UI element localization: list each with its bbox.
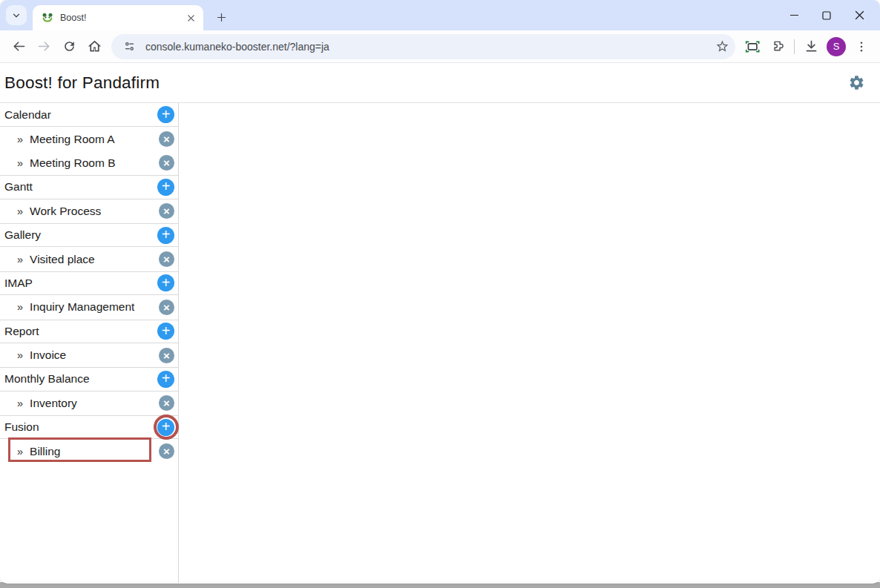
gear-icon bbox=[848, 74, 865, 91]
remove-invoice-button[interactable]: × bbox=[159, 348, 174, 363]
downloads-button[interactable] bbox=[798, 34, 824, 59]
sidebar-category-gallery: Gallery + bbox=[0, 223, 178, 247]
item-label: Inventory bbox=[30, 397, 77, 410]
item-prefix: » bbox=[17, 301, 23, 313]
site-info-tune-icon bbox=[123, 40, 136, 53]
home-icon bbox=[87, 39, 102, 54]
item-label: Invoice bbox=[30, 348, 66, 362]
profile-button[interactable]: S bbox=[824, 34, 849, 59]
add-plus-icon: + bbox=[162, 323, 171, 338]
item-label: Visited place bbox=[30, 253, 95, 266]
remove-visited-place-button[interactable]: × bbox=[159, 251, 174, 267]
toolbar-divider bbox=[794, 39, 795, 54]
window-controls bbox=[778, 0, 876, 30]
main-panel bbox=[179, 103, 880, 583]
sidebar-category-fusion: Fusion + bbox=[0, 415, 178, 439]
download-icon bbox=[804, 39, 819, 54]
add-monthly-balance-button[interactable]: + bbox=[157, 371, 174, 388]
bookmark-star-icon bbox=[715, 39, 729, 53]
back-button[interactable] bbox=[6, 34, 31, 59]
add-calendar-button[interactable]: + bbox=[157, 106, 174, 123]
settings-button[interactable] bbox=[846, 73, 867, 93]
remove-x-icon: × bbox=[163, 302, 170, 313]
item-prefix: » bbox=[17, 349, 23, 361]
url-text[interactable]: console.kumaneko-booster.net/?lang=ja bbox=[145, 41, 712, 53]
item-label: Meeting Room B bbox=[30, 156, 115, 170]
extensions-puzzle-icon bbox=[770, 39, 786, 54]
minimize-button[interactable] bbox=[778, 3, 810, 28]
remove-inquiry-management-button[interactable]: × bbox=[159, 300, 174, 315]
item-prefix: » bbox=[17, 446, 23, 457]
browser-menu-button[interactable] bbox=[849, 34, 874, 59]
sidebar-item-meeting-room-b: » Meeting Room B × bbox=[0, 151, 178, 175]
add-report-button[interactable]: + bbox=[157, 323, 174, 340]
panda-favicon-icon bbox=[42, 12, 53, 24]
remove-billing-button[interactable]: × bbox=[159, 443, 174, 459]
add-imap-button[interactable]: + bbox=[157, 274, 174, 291]
sidebar-item-inventory: » Inventory × bbox=[0, 392, 178, 415]
add-plus-icon: + bbox=[162, 107, 171, 122]
category-label: Gantt bbox=[4, 180, 33, 194]
address-bar[interactable]: console.kumaneko-booster.net/?lang=ja bbox=[111, 34, 735, 59]
page-header: Boost! for Pandafirm bbox=[0, 63, 880, 103]
category-label: Gallery bbox=[4, 228, 41, 242]
browser-tab-boost[interactable]: Boost! bbox=[33, 5, 203, 30]
remove-x-icon: × bbox=[163, 133, 170, 145]
tab-title: Boost! bbox=[60, 13, 184, 23]
remove-x-icon: × bbox=[163, 157, 170, 168]
browser-toolbar: console.kumaneko-booster.net/?lang=ja bbox=[0, 30, 880, 63]
add-plus-icon: + bbox=[162, 275, 171, 290]
sidebar-item-invoice: » Invoice × bbox=[0, 343, 178, 367]
extensions-button[interactable] bbox=[765, 34, 790, 59]
sidebar-item-visited-place: » Visited place × bbox=[0, 247, 178, 271]
maximize-button[interactable] bbox=[810, 3, 843, 28]
remove-work-process-button[interactable]: × bbox=[159, 203, 174, 219]
maximize-icon bbox=[822, 11, 831, 20]
remove-inventory-button[interactable]: × bbox=[159, 395, 174, 411]
sidebar-item-meeting-room-a: » Meeting Room A × bbox=[0, 127, 178, 151]
forward-button[interactable] bbox=[31, 34, 56, 59]
new-tab-button[interactable] bbox=[211, 7, 232, 27]
sidebar-category-imap: IMAP + bbox=[0, 271, 178, 295]
sidebar-category-monthly-balance: Monthly Balance + bbox=[0, 367, 178, 391]
remove-x-icon: × bbox=[163, 205, 170, 217]
kebab-menu-icon bbox=[855, 40, 868, 53]
remove-meeting-room-a-button[interactable]: × bbox=[159, 131, 174, 147]
category-label: Monthly Balance bbox=[4, 372, 90, 386]
remove-meeting-room-b-button[interactable]: × bbox=[159, 155, 174, 171]
item-prefix: » bbox=[17, 205, 23, 217]
site-info-button[interactable] bbox=[120, 38, 138, 56]
browser-window: Boost! bbox=[0, 0, 880, 584]
close-window-button[interactable] bbox=[843, 3, 876, 28]
sidebar-category-calendar: Calendar + bbox=[0, 103, 178, 127]
screen-capture-icon bbox=[744, 39, 761, 55]
category-label: IMAP bbox=[4, 277, 33, 290]
sidebar-category-gantt: Gantt + bbox=[0, 175, 178, 199]
item-label: Work Process bbox=[30, 205, 101, 218]
forward-arrow-icon bbox=[36, 39, 52, 54]
chevron-down-icon bbox=[11, 10, 22, 21]
back-arrow-icon bbox=[11, 39, 27, 54]
add-gantt-button[interactable]: + bbox=[157, 179, 174, 196]
home-button[interactable] bbox=[82, 34, 107, 59]
bookmark-button[interactable] bbox=[712, 36, 732, 57]
screen-capture-extension-button[interactable] bbox=[740, 34, 765, 59]
add-gallery-button[interactable]: + bbox=[157, 227, 174, 244]
minimize-icon bbox=[789, 10, 799, 20]
remove-x-icon: × bbox=[163, 446, 170, 457]
category-label: Calendar bbox=[4, 108, 51, 122]
add-plus-icon: + bbox=[162, 371, 171, 386]
fusion-add-wrap: + bbox=[157, 419, 174, 436]
add-fusion-button[interactable]: + bbox=[157, 419, 174, 436]
tab-close-icon[interactable] bbox=[184, 11, 197, 24]
sidebar-item-billing: » Billing × bbox=[0, 439, 178, 463]
sidebar: Calendar + » Meeting Room A × » Meeting … bbox=[0, 103, 179, 583]
reload-button[interactable] bbox=[56, 34, 82, 59]
item-label: Inquiry Management bbox=[30, 300, 134, 314]
add-plus-icon: + bbox=[162, 179, 171, 194]
add-plus-icon: + bbox=[162, 419, 171, 434]
item-prefix: » bbox=[17, 157, 23, 169]
tab-search-button[interactable] bbox=[6, 5, 27, 25]
remove-x-icon: × bbox=[163, 350, 170, 361]
remove-x-icon: × bbox=[163, 254, 170, 265]
